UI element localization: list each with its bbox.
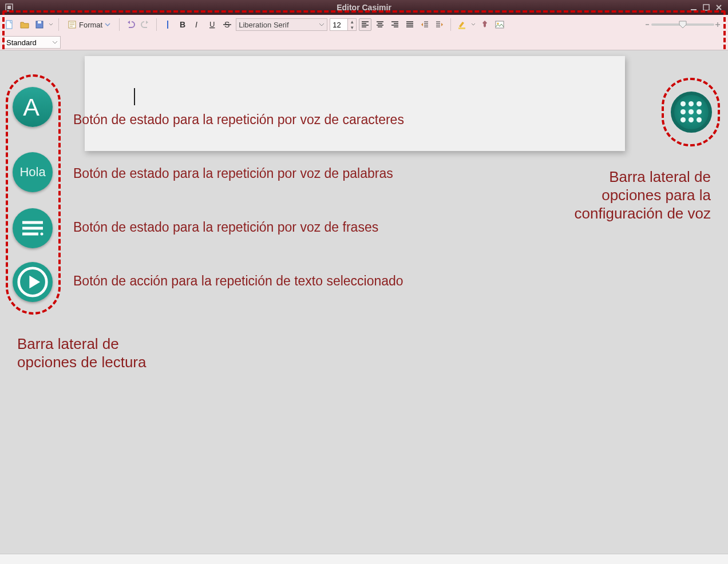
svg-rect-1: [7, 6, 11, 9]
format-dropdown[interactable]: Format: [64, 18, 114, 31]
editor-page[interactable]: [85, 56, 625, 151]
svg-text:B: B: [180, 20, 185, 29]
separator: [58, 18, 59, 31]
window-menu-icon[interactable]: [5, 3, 14, 12]
voice-repeat-phrases-button[interactable]: [13, 208, 53, 248]
svg-text:I: I: [195, 20, 197, 29]
save-icon[interactable]: [33, 18, 46, 31]
highlight-color-icon[interactable]: [456, 18, 468, 31]
indent-increase-icon[interactable]: [433, 18, 446, 31]
font-name-value: Liberation Serif: [239, 21, 288, 29]
annotation-phrases: Botón de estado para la repetición por v…: [73, 220, 378, 235]
svg-rect-8: [167, 21, 168, 29]
undo-icon[interactable]: [124, 18, 137, 31]
svg-rect-4: [6, 21, 12, 29]
new-doc-icon[interactable]: [3, 18, 16, 31]
zoom-thumb[interactable]: [678, 20, 687, 29]
align-left-icon[interactable]: [359, 18, 371, 31]
format-label: Format: [79, 21, 102, 29]
play-selection-button[interactable]: [13, 262, 53, 302]
annotation-left-sidebar-2: opciones de lectura: [17, 354, 146, 371]
redo-icon[interactable]: [139, 18, 152, 31]
editor-toolbar: Format B I U S Liberation Serif ▲ ▼: [0, 15, 728, 50]
align-right-icon[interactable]: [389, 18, 401, 31]
font-size-spinner[interactable]: ▲ ▼: [330, 18, 357, 31]
grid-icon: [680, 101, 702, 123]
svg-text:U: U: [209, 20, 215, 29]
align-center-icon[interactable]: [374, 18, 386, 31]
paragraph-style-value: Standard: [6, 38, 37, 47]
title-bar: Editor Casimir: [0, 0, 728, 15]
close-button[interactable]: [714, 3, 723, 12]
main-area: Barra de herramientas del editor A Hola …: [0, 50, 728, 554]
svg-rect-15: [496, 21, 504, 28]
italic-icon[interactable]: I: [191, 18, 204, 31]
maximize-button[interactable]: [702, 3, 711, 12]
window-title: Editor Casimir: [337, 3, 391, 12]
paragraph-style-dropdown[interactable]: Standard: [3, 36, 61, 49]
separator: [156, 18, 157, 31]
annotation-right-sidebar-2: opciones para la: [602, 186, 711, 204]
svg-text:A: A: [23, 93, 39, 121]
status-bar: [0, 554, 728, 564]
separator: [119, 18, 120, 31]
zoom-slider[interactable]: [644, 21, 721, 28]
svg-point-16: [497, 23, 499, 25]
zoom-out-icon: [644, 21, 651, 28]
svg-rect-14: [458, 27, 465, 29]
chevron-down-icon: [52, 38, 58, 47]
svg-rect-6: [38, 21, 41, 23]
chevron-down-icon: [319, 21, 325, 29]
voice-repeat-words-button[interactable]: Hola: [13, 152, 53, 192]
annotation-play: Botón de acción para la repetición de te…: [73, 273, 403, 289]
svg-rect-3: [703, 5, 709, 10]
highlight-dropdown-icon[interactable]: [470, 22, 476, 27]
separator: [450, 18, 451, 31]
pushpin-icon[interactable]: [478, 18, 491, 31]
font-name-dropdown[interactable]: Liberation Serif: [236, 18, 327, 31]
annotation-right-sidebar-3: configuración de voz: [575, 205, 711, 223]
bold-icon[interactable]: B: [176, 18, 189, 31]
font-size-up[interactable]: ▲: [348, 19, 356, 25]
voice-config-button[interactable]: [671, 92, 712, 133]
annotation-words: Botón de estado para la repetición por v…: [73, 166, 393, 181]
svg-point-21: [41, 233, 43, 236]
chevron-down-icon: [105, 21, 110, 29]
zoom-in-icon: [714, 21, 721, 28]
voice-repeat-chars-button[interactable]: A: [13, 87, 53, 127]
font-size-down[interactable]: ▼: [348, 25, 356, 30]
open-icon[interactable]: [18, 18, 31, 31]
save-dropdown-icon[interactable]: [48, 22, 54, 27]
cursor-icon[interactable]: [161, 18, 174, 31]
annotation-right-sidebar-1: Barra lateral de: [609, 168, 711, 186]
strikethrough-icon[interactable]: S: [221, 18, 234, 31]
indent-decrease-icon[interactable]: [418, 18, 431, 31]
word-button-label: Hola: [19, 165, 45, 180]
image-icon[interactable]: [493, 18, 506, 31]
underline-icon[interactable]: U: [206, 18, 219, 31]
annotation-chars: Botón de estado para la repetición por v…: [73, 112, 404, 128]
svg-rect-2: [691, 9, 697, 10]
minimize-button[interactable]: [689, 3, 698, 12]
text-cursor: [134, 88, 135, 105]
align-justify-icon[interactable]: [403, 18, 416, 31]
annotation-left-sidebar-1: Barra lateral de: [17, 335, 119, 353]
font-size-input[interactable]: [330, 18, 348, 31]
